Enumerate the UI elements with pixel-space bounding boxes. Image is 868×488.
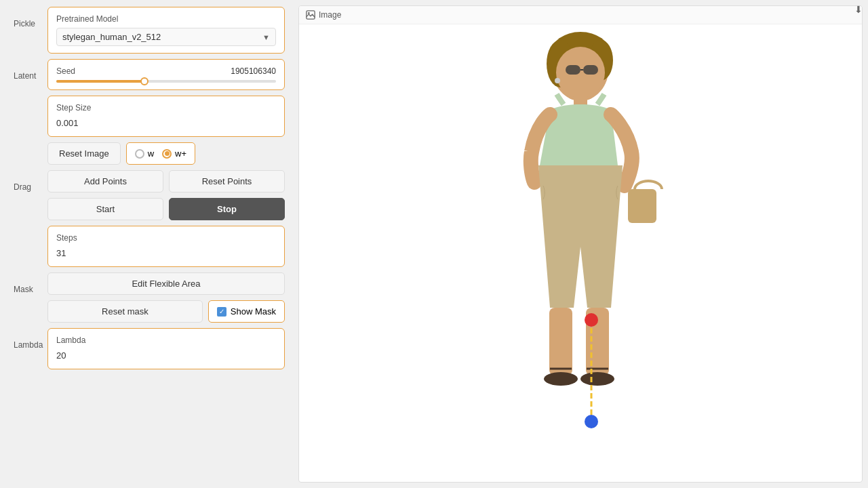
- lambda-section-label: Lambda: [14, 328, 47, 350]
- svg-rect-13: [549, 308, 572, 375]
- add-points-button[interactable]: Add Points: [47, 170, 163, 192]
- seed-label: Seed: [56, 66, 75, 76]
- model-select[interactable]: stylegan_human_v2_512: [62, 32, 262, 42]
- model-dropdown[interactable]: stylegan_human_v2_512 ▼: [56, 28, 276, 46]
- lambda-card: Lambda: [47, 328, 285, 369]
- mask-label: Mask: [14, 272, 47, 294]
- radio-w-option[interactable]: w: [135, 148, 154, 159]
- radio-wplus-dot: [165, 151, 170, 156]
- right-panel: Image ⬇: [298, 5, 863, 483]
- left-panel: Pickle Pretrained Model stylegan_human_v…: [0, 0, 298, 488]
- steps-label: Steps: [56, 233, 276, 243]
- seed-slider-thumb[interactable]: [140, 77, 149, 85]
- svg-point-7: [556, 47, 605, 98]
- drag-label: Drag: [14, 170, 47, 192]
- show-mask-check-icon: ✓: [217, 307, 226, 317]
- svg-rect-9: [583, 65, 598, 75]
- step-size-input[interactable]: [56, 117, 276, 129]
- reset-image-button[interactable]: Reset Image: [47, 142, 121, 165]
- radio-wplus-option[interactable]: w+: [162, 148, 186, 159]
- right-panel-header: Image ⬇: [299, 6, 862, 24]
- pickle-label: Pickle: [14, 7, 47, 28]
- pretrained-model-card: Pretrained Model stylegan_human_v2_512 ▼: [47, 7, 285, 54]
- show-mask-label: Show Mask: [231, 306, 276, 317]
- seed-slider-track[interactable]: [56, 80, 276, 83]
- stop-button[interactable]: Stop: [169, 198, 285, 220]
- latent-label: Latent: [14, 59, 47, 81]
- seed-slider-fill: [56, 80, 144, 83]
- image-display-area: [299, 24, 862, 482]
- show-mask-checkbox[interactable]: ✓ Show Mask: [208, 300, 285, 323]
- svg-point-16: [580, 372, 614, 386]
- seed-value: 1905106340: [231, 66, 276, 76]
- image-icon: [306, 10, 315, 20]
- svg-rect-19: [628, 189, 656, 223]
- reset-mask-button[interactable]: Reset mask: [47, 300, 203, 323]
- radio-wplus-label: w+: [175, 148, 186, 159]
- radio-w-circle: [135, 149, 144, 159]
- reset-points-button[interactable]: Reset Points: [169, 170, 285, 192]
- edit-flexible-area-button[interactable]: Edit Flexible Area: [47, 272, 285, 295]
- step-size-label: Step Size: [56, 103, 276, 113]
- svg-rect-8: [566, 65, 580, 75]
- step-size-card: Step Size: [47, 96, 285, 137]
- lambda-input[interactable]: [56, 349, 276, 362]
- pretrained-label: Pretrained Model: [56, 14, 276, 24]
- steps-input[interactable]: [56, 247, 276, 260]
- image-tab-label: Image: [319, 10, 341, 20]
- radio-wplus-circle: [162, 149, 172, 159]
- svg-point-22: [585, 415, 598, 428]
- svg-point-21: [585, 313, 598, 327]
- image-tab[interactable]: Image: [306, 10, 341, 20]
- download-button[interactable]: ⬇: [854, 5, 863, 15]
- svg-point-15: [544, 372, 578, 386]
- lambda-label: Lambda: [56, 336, 276, 345]
- latent-card: Seed 1905106340: [47, 59, 285, 90]
- svg-point-11: [555, 78, 560, 83]
- steps-card: Steps: [47, 226, 285, 267]
- radio-w-label: w: [148, 148, 154, 159]
- start-button[interactable]: Start: [47, 198, 163, 220]
- chevron-down-icon: ▼: [262, 33, 270, 41]
- person-image: [350, 24, 811, 482]
- radio-group: w w+: [126, 142, 195, 165]
- checkmark-icon: ✓: [219, 308, 224, 315]
